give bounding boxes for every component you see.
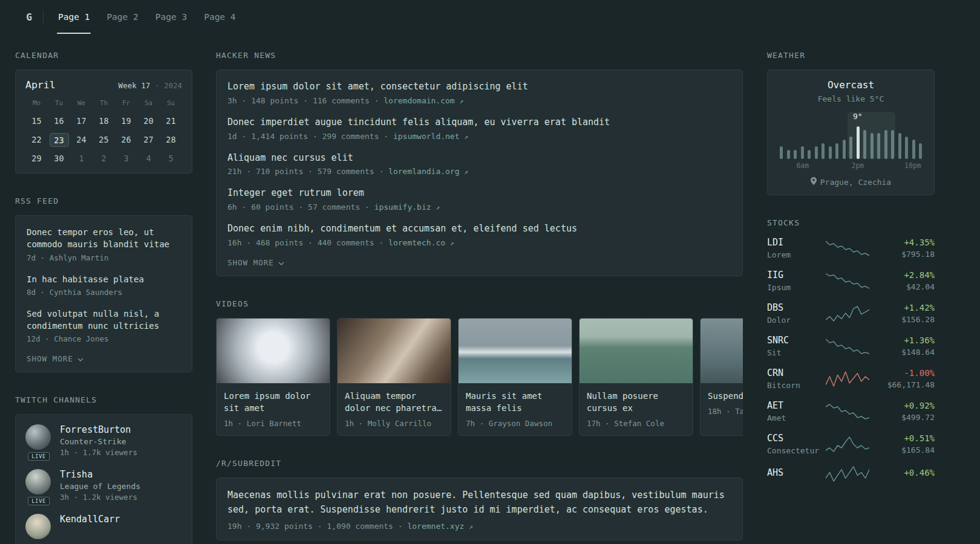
channel-avatar-image [25,514,51,539]
hn-item-meta: 21h · 710 points · 579 comments · loreml… [227,167,731,176]
stock-row[interactable]: CCS Consectetur +0.51% $165.84 [767,433,935,455]
video-thumbnail[interactable] [459,319,572,383]
video-title[interactable]: Aliquam tempor dolor nec pharetra… [345,390,443,415]
video-thumbnail[interactable] [580,319,693,383]
video-card[interactable]: Aliquam tempor dolor nec pharetra… 1h · … [337,318,451,436]
hn-domain-link[interactable]: ipsumify.biz [374,202,431,212]
hn-item: Donec imperdiet augue tincidunt felis al… [227,116,731,141]
stock-symbol: CCS [767,433,823,444]
calendar-day: 21 [160,114,182,128]
chevron-down-icon [278,258,284,267]
hn-meta-text: 6h · 60 points · 57 comments · [227,202,374,212]
video-card[interactable]: Suspendisse diam 18h · Tara [700,318,743,436]
twitch-channel[interactable]: KendallCarr [25,514,182,539]
hn-item-title[interactable]: Donec imperdiet augue tincidunt felis al… [227,116,731,129]
rss-item-title[interactable]: In hac habitasse platea [27,273,181,285]
reddit-domain-link[interactable]: loremnet.xyz [407,522,464,531]
stock-row[interactable]: SNRC Sit +1.36% $148.64 [767,335,935,357]
stocks-widget: STOCKS LDI Lorem +4.35% $795.18 IIG [767,218,935,482]
stock-price: $42.04 [872,282,935,291]
tab-page-3[interactable]: Page 3 [154,0,188,34]
tab-page-2[interactable]: Page 2 [105,0,139,34]
external-link-icon: ↗ [460,97,464,105]
stock-row[interactable]: AHS +0.46% [767,465,935,482]
channel-name[interactable]: Trisha [60,469,140,480]
twitch-section-title: TWITCH CHANNELS [15,395,192,404]
hn-item-title[interactable]: Lorem ipsum dolor sit amet, consectetur … [227,80,731,94]
video-title[interactable]: Suspendisse diam [708,390,743,402]
stocks-list: LDI Lorem +4.35% $795.18 IIG Ipsum [767,237,935,482]
stock-symbol: DBS [767,302,823,313]
stock-change: +0.92% [872,401,935,410]
stock-sparkline-chart [823,465,872,482]
calendar-dow: Su [160,99,182,109]
hn-domain-link[interactable]: loremlandia.org [388,167,459,176]
hn-item-title[interactable]: Integer eget rutrum lorem [227,187,731,200]
weather-bar [835,143,838,159]
weather-bar [871,133,874,159]
stock-name: Ipsum [767,283,823,292]
stock-row[interactable]: IIG Ipsum +2.84% $42.04 [767,270,935,292]
video-card[interactable]: Mauris sit amet massa felis 7h · Grayson… [458,318,572,436]
stock-price: $66,171.48 [872,380,935,389]
tab-page-4[interactable]: Page 4 [203,0,237,34]
video-title[interactable]: Mauris sit amet massa felis [466,390,564,415]
stock-row[interactable]: AET Amet +0.92% $499.72 [767,400,935,423]
tab-page-1[interactable]: Page 1 [57,0,91,34]
stocks-section-title: STOCKS [767,218,935,227]
video-card[interactable]: Nullam posuere cursus ex 17h · Stefan Co… [579,318,693,436]
video-thumbnail[interactable] [701,319,743,383]
weather-location-row[interactable]: Prague, Czechia [777,177,924,187]
channel-meta: 1h · 1.7k viewers [60,448,137,457]
reddit-meta-text: 19h · 9,932 points · 1,090 comments · [227,522,407,531]
hn-show-more-label: SHOW MORE [227,258,274,267]
hn-show-more-button[interactable]: SHOW MORE [227,258,731,267]
channel-name[interactable]: KendallCarr [60,514,120,525]
hackernews-widget: HACKER NEWS Lorem ipsum dolor sit amet, … [216,51,743,276]
video-thumbnail[interactable] [338,319,451,383]
stock-symbol: SNRC [767,335,823,346]
weather-location: Prague, Czechia [820,178,891,187]
weather-chart: 9° 6am2pm10pm [779,112,923,170]
calendar-dow: Fr [115,99,137,109]
calendar-day: 27 [137,133,160,147]
video-card[interactable]: Lorem ipsum dolor sit amet consectetu… 1… [216,318,330,436]
rss-show-more-button[interactable]: SHOW MORE [27,354,181,363]
stock-symbol: CRN [767,368,823,378]
hn-meta-text: 21h · 710 points · 579 comments · [227,167,388,176]
hn-domain-link[interactable]: loremdomain.com [384,96,454,105]
stock-row[interactable]: DBS Dolor +1.42% $156.28 [767,302,935,325]
external-link-icon: ↗ [450,239,454,247]
stock-row[interactable]: CRN Bitcorn -1.00% $66,171.48 [767,368,935,390]
stock-symbol: AET [767,400,823,411]
external-link-icon: ↗ [464,168,468,176]
hn-domain-link[interactable]: ipsumworld.net [393,132,460,141]
reddit-post-title[interactable]: Maecenas mollis pulvinar erat non posuer… [227,488,731,517]
stock-row[interactable]: LDI Lorem +4.35% $795.18 [767,237,935,259]
video-title[interactable]: Lorem ipsum dolor sit amet consectetu… [224,390,322,415]
live-status-badge: LIVE [28,497,50,505]
stock-name: Bitcorn [767,381,823,390]
weather-bar [780,146,783,159]
weather-time-label: 10pm [904,161,921,170]
stock-change: +1.36% [872,335,935,345]
hn-domain-link[interactable]: loremtech.co [388,238,445,247]
channel-name[interactable]: ForrestBurton [60,424,137,435]
calendar-day-other-month: 1 [70,152,93,166]
hn-item-title[interactable]: Donec enim nibh, condimentum et accumsan… [227,222,731,236]
rss-item-title[interactable]: Sed volutpat nulla nisl, a condimentum n… [27,308,181,332]
calendar-year: 2024 [164,81,182,90]
weather-bar [787,150,790,159]
weather-bar [843,140,846,159]
twitch-channel[interactable]: LIVE ForrestBurton Counter-Strike 1h · 1… [25,424,182,457]
videos-row: Lorem ipsum dolor sit amet consectetu… 1… [216,318,743,436]
video-title[interactable]: Nullam posuere cursus ex [587,390,685,415]
video-thumbnail[interactable] [217,319,330,383]
rss-item: Donec tempor eros leo, ut commodo mauris… [27,226,181,262]
channel-meta: 3h · 1.2k viewers [60,493,140,502]
calendar-week: Week 17 [119,81,151,90]
rss-item-title[interactable]: Donec tempor eros leo, ut commodo mauris… [27,226,181,251]
hn-item-title[interactable]: Aliquam nec cursus elit [227,152,731,165]
twitch-channel[interactable]: LIVE Trisha League of Legends 3h · 1.2k … [25,469,182,502]
video-meta: 7h · Grayson Dawson [466,419,564,428]
